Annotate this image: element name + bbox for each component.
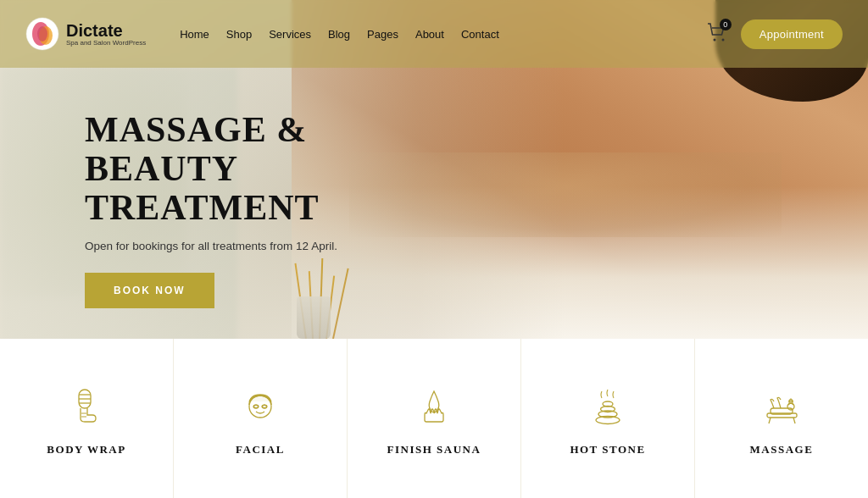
hero-content: Massage & Beauty Treatment Open for book…: [85, 110, 441, 308]
svg-line-24: [769, 418, 771, 423]
appointment-button[interactable]: Appointment: [741, 19, 843, 49]
services-bar: Body Wrap: [0, 339, 868, 498]
service-card-massage[interactable]: Massage: [695, 339, 868, 498]
svg-line-25: [793, 418, 795, 423]
service-label-sauna: Finish Sauna: [387, 443, 481, 456]
hero-subtitle: Open for bookings for all treatments fro…: [85, 240, 441, 252]
nav-services[interactable]: Services: [269, 28, 311, 41]
header-right: 0 Appointment: [707, 19, 843, 49]
logo[interactable]: Dictate Spa and Salon WordPress: [25, 17, 146, 51]
hero-title: Massage & Beauty Treatment: [85, 110, 441, 228]
service-label-facial: Facial: [236, 443, 285, 456]
svg-point-15: [253, 405, 259, 408]
svg-point-5: [721, 39, 724, 42]
facial-icon: [235, 380, 286, 431]
header: Dictate Spa and Salon WordPress Home Sho…: [0, 0, 868, 68]
hero-section: Dictate Spa and Salon WordPress Home Sho…: [0, 0, 868, 498]
nav-contact[interactable]: Contact: [461, 28, 499, 41]
sauna-icon: [409, 380, 459, 431]
nav-home[interactable]: Home: [180, 28, 209, 41]
service-label-body-wrap: Body Wrap: [47, 443, 125, 456]
svg-point-16: [262, 405, 267, 408]
brand-name: Dictate: [66, 22, 146, 39]
nav-blog[interactable]: Blog: [328, 28, 350, 41]
svg-point-4: [713, 39, 715, 42]
service-label-hot-stone: Hot Stone: [570, 443, 645, 456]
hot-stone-icon: [582, 380, 633, 431]
svg-point-3: [37, 26, 47, 42]
nav-pages[interactable]: Pages: [367, 28, 398, 41]
nav-shop[interactable]: Shop: [226, 28, 252, 41]
cart-button[interactable]: 0: [707, 23, 727, 45]
logo-icon: [25, 17, 59, 51]
book-now-button[interactable]: Book Now: [85, 273, 214, 308]
service-card-sauna[interactable]: Finish Sauna: [348, 339, 521, 498]
body-wrap-icon: [61, 380, 112, 431]
service-card-facial[interactable]: Facial: [174, 339, 348, 498]
service-label-massage: Massage: [750, 443, 814, 456]
massage-icon: [756, 380, 807, 431]
cart-badge: 0: [720, 19, 732, 30]
nav-about[interactable]: About: [415, 28, 444, 41]
main-nav: Home Shop Services Blog Pages About Cont…: [180, 28, 707, 41]
service-card-body-wrap[interactable]: Body Wrap: [0, 339, 174, 498]
service-card-hot-stone[interactable]: Hot Stone: [521, 339, 695, 498]
brand-subtitle: Spa and Salon WordPress: [66, 39, 146, 47]
